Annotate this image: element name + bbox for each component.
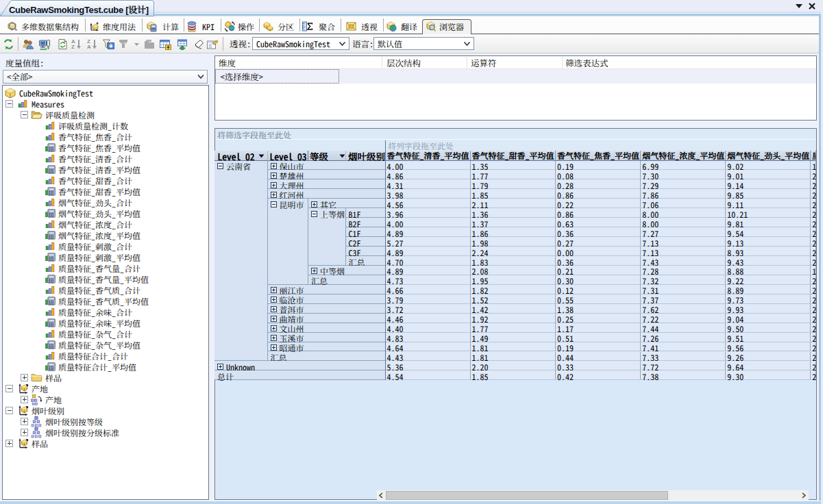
svg-text:A: A xyxy=(87,44,91,50)
svg-text:Z: Z xyxy=(71,44,75,50)
